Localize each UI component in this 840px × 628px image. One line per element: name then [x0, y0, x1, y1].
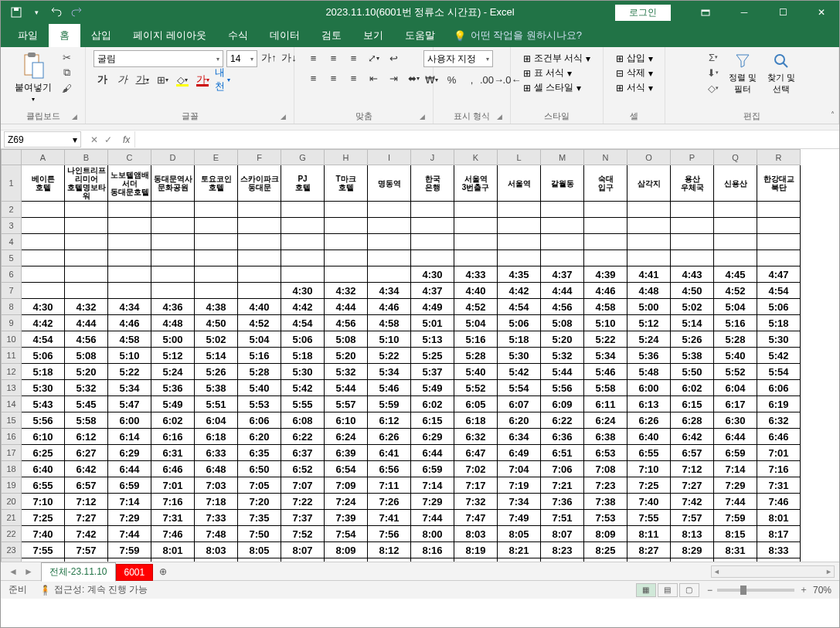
close-icon[interactable]: ✕ [804, 1, 839, 24]
cell[interactable] [22, 266, 65, 283]
cell[interactable]: 6:05 [454, 396, 498, 412]
cell[interactable] [541, 202, 584, 218]
cell[interactable] [151, 202, 195, 218]
cell[interactable]: 8:13 [671, 526, 714, 542]
cell[interactable] [411, 250, 454, 266]
cell[interactable]: 4:33 [454, 266, 498, 283]
cell[interactable] [325, 234, 368, 250]
col-header[interactable]: F [238, 150, 281, 165]
cell[interactable]: 5:42 [757, 348, 801, 364]
cell[interactable] [411, 234, 454, 250]
cell[interactable]: 5:18 [757, 315, 801, 331]
cell[interactable]: 5:22 [584, 331, 627, 348]
cell[interactable]: 6:44 [714, 429, 757, 445]
cell[interactable]: 5:00 [627, 299, 671, 315]
cell[interactable]: 5:48 [627, 364, 671, 380]
cell[interactable]: 4:50 [195, 315, 238, 331]
cell[interactable]: 7:42 [671, 494, 714, 510]
cell[interactable]: 6:41 [368, 445, 411, 461]
cell[interactable]: 5:02 [671, 299, 714, 315]
cell[interactable]: 7:02 [454, 461, 498, 477]
cell[interactable]: 4:39 [584, 266, 627, 283]
font-name-combo[interactable]: 굴림▾ [94, 50, 223, 67]
cell[interactable]: 4:46 [368, 299, 411, 315]
cell[interactable]: 5:06 [281, 331, 325, 348]
cell[interactable]: 5:13 [411, 331, 454, 348]
cell[interactable]: 5:32 [325, 364, 368, 380]
menu-data[interactable]: 데이터 [259, 23, 311, 48]
row-header[interactable]: 5 [2, 250, 22, 266]
col-header[interactable]: M [541, 150, 584, 165]
cell[interactable]: 7:37 [281, 510, 325, 526]
cell[interactable]: 7:06 [541, 461, 584, 477]
cell[interactable]: 4:42 [498, 283, 541, 299]
italic-button[interactable]: 가 [114, 72, 131, 87]
font-color-button[interactable]: 가▾ [194, 72, 211, 87]
row-header[interactable]: 18 [2, 461, 22, 477]
cell[interactable]: 4:46 [584, 283, 627, 299]
cell[interactable]: 5:16 [714, 315, 757, 331]
cell[interactable]: 6:28 [671, 412, 714, 429]
cell[interactable]: 4:43 [671, 266, 714, 283]
cell[interactable]: 6:10 [325, 412, 368, 429]
table-format-button[interactable]: ⊞표 서식 ▾ [523, 66, 572, 80]
cell[interactable]: 8:00 [411, 526, 454, 542]
cell[interactable] [195, 234, 238, 250]
cell[interactable] [238, 250, 281, 266]
cell[interactable]: 5:02 [195, 331, 238, 348]
cell[interactable]: 5:42 [498, 364, 541, 380]
cell[interactable]: 7:16 [757, 461, 801, 477]
cell[interactable] [22, 250, 65, 266]
menu-home[interactable]: 홈 [49, 23, 80, 48]
cell[interactable]: 7:08 [584, 461, 627, 477]
cell[interactable]: 7:46 [757, 494, 801, 510]
row-header[interactable]: 4 [2, 234, 22, 250]
cell[interactable]: 6:20 [238, 429, 281, 445]
cell[interactable]: 5:14 [195, 348, 238, 364]
cell[interactable]: 8:33 [757, 542, 801, 558]
cell[interactable] [325, 218, 368, 234]
paste-button[interactable]: 붙여넣기 ▾ [12, 50, 55, 104]
row-header[interactable]: 19 [2, 477, 22, 494]
cell[interactable]: 7:32 [454, 494, 498, 510]
cell[interactable]: 4:45 [714, 266, 757, 283]
cell[interactable] [238, 218, 281, 234]
cell[interactable]: 7:18 [195, 494, 238, 510]
cell[interactable] [757, 218, 801, 234]
cell[interactable]: 7:10 [22, 494, 65, 510]
cell[interactable]: 7:11 [368, 477, 411, 494]
cell[interactable] [65, 266, 108, 283]
cell[interactable]: 8:05 [498, 526, 541, 542]
cell[interactable]: 7:29 [108, 510, 151, 526]
cell[interactable] [108, 283, 151, 299]
cell[interactable] [498, 234, 541, 250]
cell[interactable] [541, 234, 584, 250]
row-header[interactable]: 6 [2, 266, 22, 283]
cell[interactable]: 5:40 [714, 348, 757, 364]
cell[interactable]: 8:29 [671, 542, 714, 558]
cell[interactable] [757, 202, 801, 218]
cell[interactable] [368, 266, 411, 283]
cell[interactable]: 5:52 [714, 364, 757, 380]
cell[interactable]: 8:11 [627, 526, 671, 542]
percent-icon[interactable]: % [444, 72, 461, 87]
cell[interactable]: 7:54 [325, 526, 368, 542]
cell[interactable]: 7:55 [22, 542, 65, 558]
cell[interactable]: 6:15 [411, 412, 454, 429]
cell[interactable]: 6:37 [281, 445, 325, 461]
cell[interactable]: 7:25 [22, 510, 65, 526]
cell[interactable] [22, 283, 65, 299]
menu-file[interactable]: 파일 [7, 23, 49, 48]
cell[interactable]: 5:25 [411, 348, 454, 364]
maximize-icon[interactable]: ☐ [765, 1, 801, 24]
cell[interactable]: 8:03 [454, 526, 498, 542]
qat-dropdown-icon[interactable]: ▾ [30, 6, 43, 19]
merge-center-icon[interactable]: ⬌▾ [406, 70, 423, 86]
cell[interactable]: 5:04 [714, 299, 757, 315]
cancel-formula-icon[interactable]: ✕ [90, 134, 98, 145]
cell[interactable] [454, 218, 498, 234]
cell[interactable]: 5:56 [541, 380, 584, 396]
cell[interactable]: 8:27 [627, 542, 671, 558]
cell[interactable] [151, 250, 195, 266]
cell[interactable]: 7:40 [627, 494, 671, 510]
